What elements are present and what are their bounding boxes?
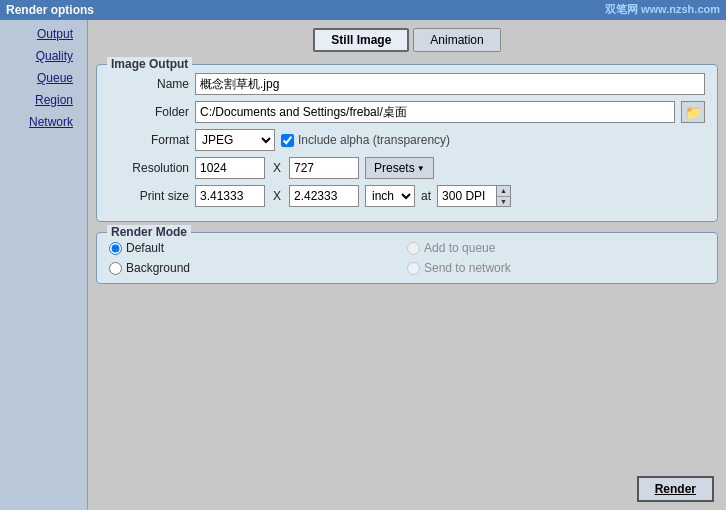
bottom-bar: Render bbox=[637, 476, 714, 502]
send-network-radio-text: Send to network bbox=[424, 261, 511, 275]
name-input[interactable] bbox=[195, 73, 705, 95]
include-alpha-label[interactable]: Include alpha (transparency) bbox=[281, 133, 450, 147]
print-width-input[interactable] bbox=[195, 185, 265, 207]
send-network-radio[interactable] bbox=[407, 262, 420, 275]
dpi-input[interactable] bbox=[437, 185, 497, 207]
tab-animation[interactable]: Animation bbox=[413, 28, 500, 52]
background-radio-label[interactable]: Background bbox=[109, 261, 407, 275]
folder-row: Folder 📁 bbox=[109, 101, 705, 123]
res-height-input[interactable] bbox=[289, 157, 359, 179]
format-row: Format JPEG PNG TIFF BMP Include alpha (… bbox=[109, 129, 705, 151]
background-radio-text: Background bbox=[126, 261, 190, 275]
render-mode-left: Default Background bbox=[109, 241, 407, 275]
dpi-arrows[interactable]: ▲ ▼ bbox=[497, 185, 511, 207]
title-bar: Render options 双笔网 www.nzsh.com bbox=[0, 0, 726, 20]
tab-still-image[interactable]: Still Image bbox=[313, 28, 409, 52]
add-queue-radio-label[interactable]: Add to queue bbox=[407, 241, 705, 255]
folder-input[interactable] bbox=[195, 101, 675, 123]
render-mode-label: Render Mode bbox=[107, 225, 191, 239]
sidebar-item-output[interactable]: Output bbox=[0, 24, 79, 44]
format-select[interactable]: JPEG PNG TIFF BMP bbox=[195, 129, 275, 151]
image-output-label: Image Output bbox=[107, 57, 192, 71]
tabs: Still Image Animation bbox=[96, 28, 718, 52]
folder-browse-button[interactable]: 📁 bbox=[681, 101, 705, 123]
sidebar-item-network[interactable]: Network bbox=[0, 112, 79, 132]
sidebar-item-quality[interactable]: Quality bbox=[0, 46, 79, 66]
sidebar: Output Quality Queue Region Network bbox=[0, 20, 88, 510]
res-width-input[interactable] bbox=[195, 157, 265, 179]
include-alpha-text: Include alpha (transparency) bbox=[298, 133, 450, 147]
title-label: Render options bbox=[6, 3, 94, 17]
unit-select[interactable]: inch cm mm bbox=[365, 185, 415, 207]
folder-icon: 📁 bbox=[685, 105, 702, 120]
name-label: Name bbox=[109, 77, 189, 91]
render-button-label: Render bbox=[655, 482, 696, 496]
x-separator-print: X bbox=[273, 189, 281, 203]
add-queue-radio[interactable] bbox=[407, 242, 420, 255]
presets-button[interactable]: Presets bbox=[365, 157, 434, 179]
dpi-spinner: ▲ ▼ bbox=[437, 185, 511, 207]
render-mode-section: Render Mode Default Background Add t bbox=[96, 232, 718, 284]
print-height-input[interactable] bbox=[289, 185, 359, 207]
sidebar-item-region[interactable]: Region bbox=[0, 90, 79, 110]
dpi-down-arrow[interactable]: ▼ bbox=[497, 197, 510, 207]
folder-label: Folder bbox=[109, 105, 189, 119]
default-radio-text: Default bbox=[126, 241, 164, 255]
watermark: 双笔网 www.nzsh.com bbox=[605, 2, 720, 17]
print-size-row: Print size X inch cm mm at ▲ ▼ bbox=[109, 185, 705, 207]
at-label: at bbox=[421, 189, 431, 203]
dpi-up-arrow[interactable]: ▲ bbox=[497, 186, 510, 197]
resolution-label: Resolution bbox=[109, 161, 189, 175]
render-button[interactable]: Render bbox=[637, 476, 714, 502]
print-size-label: Print size bbox=[109, 189, 189, 203]
format-label: Format bbox=[109, 133, 189, 147]
image-output-section: Image Output Name Folder 📁 Format JPEG P… bbox=[96, 64, 718, 222]
main-content: Still Image Animation Image Output Name … bbox=[88, 20, 726, 510]
name-row: Name bbox=[109, 73, 705, 95]
send-network-radio-label[interactable]: Send to network bbox=[407, 261, 705, 275]
add-queue-radio-text: Add to queue bbox=[424, 241, 495, 255]
resolution-row: Resolution X Presets bbox=[109, 157, 705, 179]
x-separator-res: X bbox=[273, 161, 281, 175]
render-mode-right: Add to queue Send to network bbox=[407, 241, 705, 275]
sidebar-item-queue[interactable]: Queue bbox=[0, 68, 79, 88]
default-radio-label[interactable]: Default bbox=[109, 241, 407, 255]
include-alpha-checkbox[interactable] bbox=[281, 134, 294, 147]
default-radio[interactable] bbox=[109, 242, 122, 255]
background-radio[interactable] bbox=[109, 262, 122, 275]
